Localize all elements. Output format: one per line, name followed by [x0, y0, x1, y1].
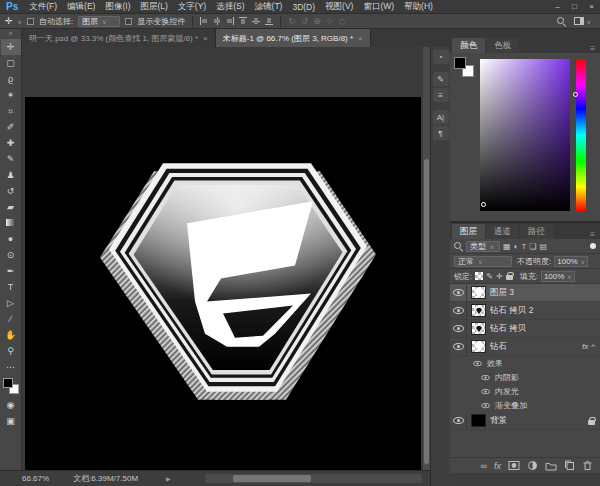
- menu-window[interactable]: 窗口(W): [358, 1, 399, 13]
- document-tab-1[interactable]: 明一天.psd @ 33.3% (颜色查找 1, 图层蒙版/8) * ×: [22, 29, 216, 47]
- align-top-icon[interactable]: [239, 17, 247, 25]
- search-icon[interactable]: [557, 17, 566, 26]
- character-panel-icon[interactable]: A|: [433, 110, 449, 124]
- fg-bg-color-widget[interactable]: [454, 57, 478, 81]
- menu-edit[interactable]: 编辑(E): [62, 1, 100, 13]
- foreground-color-swatch[interactable]: [3, 378, 13, 388]
- menu-3d[interactable]: 3D(D): [287, 2, 320, 12]
- 3d-pan-icon[interactable]: ⊕: [313, 16, 321, 26]
- layer-name[interactable]: 钻石 拷贝: [490, 323, 526, 335]
- filter-toggle-icon[interactable]: [590, 243, 596, 249]
- lock-position-icon[interactable]: ✛: [496, 272, 503, 281]
- layer-row-diamond[interactable]: 钻石 fx ^: [450, 338, 600, 356]
- visibility-eye-icon[interactable]: [481, 402, 489, 407]
- auto-select-dropdown[interactable]: 图层 ∨: [78, 16, 120, 27]
- menu-type[interactable]: 文字(Y): [173, 1, 211, 13]
- layer-name[interactable]: 钻石: [490, 341, 507, 353]
- effect-row-gradient-overlay[interactable]: 渐变叠加: [450, 398, 600, 412]
- close-button[interactable]: ×: [583, 2, 600, 11]
- tool-preset-caret-icon[interactable]: ∨: [18, 18, 22, 25]
- panel-menu-icon[interactable]: ≡: [590, 230, 595, 239]
- layer-name[interactable]: 钻石 拷贝 2: [490, 305, 533, 317]
- brush-tool[interactable]: ✎: [1, 151, 21, 167]
- tab-color[interactable]: 颜色: [452, 38, 485, 53]
- layer-row-diamond-copy[interactable]: 钻石 拷贝: [450, 320, 600, 338]
- blend-mode-dropdown[interactable]: 正常 ∨: [454, 256, 512, 267]
- edit-toolbar-icon[interactable]: ⋯: [1, 359, 21, 375]
- brush-settings-panel-icon[interactable]: ≡: [433, 88, 449, 102]
- layer-name[interactable]: 背景: [490, 415, 507, 427]
- minimize-button[interactable]: –: [549, 2, 566, 11]
- history-brush-tool[interactable]: ↺: [1, 183, 21, 199]
- zoom-level-field[interactable]: 66.67%: [22, 474, 49, 483]
- visibility-eye-icon[interactable]: [453, 307, 464, 314]
- visibility-eye-icon[interactable]: [473, 360, 481, 365]
- horizontal-scrollbar[interactable]: [205, 474, 422, 483]
- align-h-center-icon[interactable]: [213, 17, 221, 25]
- filter-kind-dropdown[interactable]: 类型 ∨: [466, 241, 500, 252]
- zoom-tool[interactable]: ⚲: [1, 343, 21, 359]
- layer-thumbnail[interactable]: [471, 414, 486, 427]
- layer-thumbnail[interactable]: [471, 340, 486, 353]
- fx-badge[interactable]: fx: [582, 342, 588, 351]
- effect-name[interactable]: 内发光: [495, 386, 519, 397]
- shape-tool[interactable]: ∕: [1, 311, 21, 327]
- eraser-tool[interactable]: ▰: [1, 199, 21, 215]
- add-layer-mask-icon[interactable]: [508, 460, 520, 471]
- tab-channels[interactable]: 通道: [486, 224, 519, 239]
- align-bottom-icon[interactable]: [265, 17, 273, 25]
- 3d-slide-icon[interactable]: ⊹: [326, 16, 334, 26]
- panel-menu-icon[interactable]: ≡: [590, 44, 595, 53]
- layer-name[interactable]: 图层 3: [490, 287, 514, 299]
- toolbar-expand-icon[interactable]: »: [9, 29, 13, 39]
- 3d-roll-icon[interactable]: ↺: [301, 16, 309, 26]
- saturation-brightness-box[interactable]: [480, 59, 570, 211]
- menu-image[interactable]: 图像(I): [100, 1, 135, 13]
- visibility-eye-icon[interactable]: [481, 374, 489, 379]
- tab-paths[interactable]: 路径: [520, 224, 553, 239]
- layer-row-background[interactable]: 背景: [450, 412, 600, 430]
- magic-wand-tool[interactable]: ✶: [1, 87, 21, 103]
- filter-shape-layers-icon[interactable]: ❏: [529, 242, 536, 251]
- layer-style-fx-icon[interactable]: fx: [494, 461, 501, 471]
- align-right-icon[interactable]: [226, 17, 234, 25]
- menu-select[interactable]: 选择(S): [211, 1, 249, 13]
- align-v-center-icon[interactable]: [252, 17, 260, 25]
- hue-slider[interactable]: [576, 59, 586, 211]
- opacity-field[interactable]: 100% ∨: [554, 256, 588, 267]
- layer-row-diamond-copy-2[interactable]: 钻石 拷贝 2: [450, 302, 600, 320]
- lock-transparent-pixels-icon[interactable]: [475, 272, 483, 280]
- color-picker-marker[interactable]: [481, 202, 486, 207]
- new-layer-icon[interactable]: [564, 460, 575, 471]
- visibility-eye-icon[interactable]: [453, 325, 464, 332]
- effect-row-inner-glow[interactable]: 内发光: [450, 384, 600, 398]
- rectangular-marquee-tool[interactable]: ▢: [1, 55, 21, 71]
- menu-help[interactable]: 帮助(H): [399, 1, 438, 13]
- link-layers-icon[interactable]: ∞: [481, 461, 487, 471]
- screen-mode-button[interactable]: ▣: [1, 413, 21, 429]
- gradient-tool[interactable]: [1, 215, 21, 231]
- hand-tool[interactable]: ✋: [1, 327, 21, 343]
- collapse-effects-icon[interactable]: ^: [591, 342, 595, 351]
- tab-layers[interactable]: 图层: [452, 224, 485, 239]
- 3d-rotate-icon[interactable]: ↻: [288, 16, 296, 26]
- brush-panel-icon[interactable]: ✎: [433, 72, 449, 86]
- close-tab-icon[interactable]: ×: [358, 34, 363, 43]
- healing-brush-tool[interactable]: ✚: [1, 135, 21, 151]
- menu-layer[interactable]: 图层(L): [135, 1, 172, 13]
- hue-slider-marker[interactable]: [573, 92, 578, 97]
- lasso-tool[interactable]: ϱ: [1, 71, 21, 87]
- visibility-eye-icon[interactable]: [453, 289, 464, 296]
- maximize-button[interactable]: □: [566, 2, 583, 11]
- fill-field[interactable]: 100% ∨: [541, 271, 575, 282]
- layer-row-layer-3[interactable]: 图层 3: [450, 284, 600, 302]
- visibility-eye-icon[interactable]: [453, 417, 464, 424]
- document-canvas[interactable]: [25, 97, 421, 470]
- new-group-folder-icon[interactable]: [545, 461, 557, 471]
- vertical-scrollbar-thumb[interactable]: [424, 159, 429, 464]
- paragraph-panel-icon[interactable]: ¶: [433, 126, 449, 140]
- status-popup-arrow-icon[interactable]: ▶: [166, 475, 171, 482]
- quick-mask-button[interactable]: ◉: [1, 397, 21, 413]
- layer-thumbnail[interactable]: [471, 304, 486, 317]
- lock-image-pixels-icon[interactable]: ✎: [486, 272, 493, 281]
